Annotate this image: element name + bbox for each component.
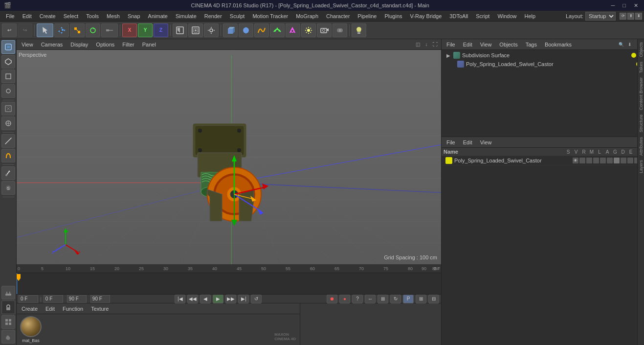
undo-btn[interactable]: ↩ [2,23,17,37]
attr-col-m[interactable]: M [588,149,595,155]
keyframe-btn[interactable]: ? [352,295,363,303]
current-frame-input[interactable] [19,295,38,303]
light-btn[interactable] [301,23,316,37]
menu-mograph[interactable]: MoGraph [292,12,322,20]
om-menu-file[interactable]: File [444,41,458,48]
attr-col-d[interactable]: D [620,149,626,155]
om-down-icon[interactable]: ⬇ [626,41,633,48]
menu-create[interactable]: Create [36,12,60,20]
tab-objects[interactable]: Objects [638,40,644,59]
record-btn[interactable]: ⏺ [327,295,337,303]
paint-bucket-btn[interactable] [1,330,15,344]
attr-col-e[interactable]: E [627,149,634,155]
polygon-mode-btn[interactable] [1,55,15,69]
om-item-castor[interactable]: Poly_Spring_Loaded_Swivel_Castor [443,60,643,69]
vp-menu-panel[interactable]: Panel [139,41,159,48]
attr-icon-g5[interactable] [621,158,626,163]
attr-col-a[interactable]: A [604,149,611,155]
layout-icon-2[interactable]: ⬆ [627,13,634,20]
attr-icon-render[interactable] [579,158,585,163]
vp-layout-icon[interactable]: ◫ [414,41,422,48]
rotate-tool-btn[interactable] [86,23,100,37]
tab-layers[interactable]: Layers [638,158,644,175]
tweak-mode-btn[interactable] [1,116,15,130]
camera-btn[interactable] [317,23,332,37]
menu-simulate[interactable]: Simulate [172,12,200,20]
menu-edit[interactable]: Edit [19,12,36,20]
tl-scale-btn[interactable]: ⊞ [378,295,388,303]
tl-frame-btn[interactable]: ⊟ [428,295,439,303]
vp-menu-filter[interactable]: Filter [119,41,137,48]
menu-render[interactable]: Render [200,12,226,20]
end-frame-input[interactable] [67,295,87,303]
menu-motion-tracker[interactable]: Motion Tracker [248,12,292,20]
layout-icon-3[interactable]: ⬇ [635,13,642,20]
attr-col-v[interactable]: V [573,149,579,155]
main-viewport[interactable]: Perspective Grid Spacing : 100 cm Y X Z [17,50,441,264]
deformer-btn[interactable] [286,23,300,37]
menu-sculpt[interactable]: Sculpt [226,12,249,20]
attr-row-castor[interactable]: Poly_Spring_Loaded_Swivel_Castor 👁 [442,156,644,165]
vp-menu-cameras[interactable]: Cameras [38,41,66,48]
menu-snap[interactable]: Snap [124,12,144,20]
edge-mode-btn[interactable] [1,69,15,83]
attr-icon-eye[interactable]: 👁 [573,158,578,163]
om-menu-bookmarks[interactable]: Bookmarks [542,41,575,48]
go-end-btn[interactable]: ▶| [238,295,249,303]
render-view-btn[interactable] [188,23,203,37]
menu-character[interactable]: Character [322,12,354,20]
material-item[interactable]: mat_Bas [19,316,43,343]
menu-script[interactable]: Script [472,12,493,20]
curve-btn[interactable] [254,23,269,37]
tab-content-browser[interactable]: Content Browser [638,75,644,112]
tab-takes[interactable]: Takes [638,60,644,75]
next-key-btn[interactable]: ▶▶ [225,295,236,303]
redo-btn[interactable]: ↪ [18,23,32,37]
timeline-marker[interactable] [17,274,21,281]
texture-mode-btn[interactable] [1,102,15,115]
auto-keyframe-btn[interactable]: ● [339,295,350,303]
attr-icon-g4[interactable] [614,158,620,163]
primitive-cube-btn[interactable] [223,23,238,37]
move-tool-btn[interactable] [54,23,69,37]
menu-select[interactable]: Select [60,12,83,20]
point-mode-btn[interactable] [1,84,15,98]
attr-col-r[interactable]: R [580,149,587,155]
vp-fullscreen-icon[interactable]: ⛶ [431,41,439,48]
om-menu-edit[interactable]: Edit [460,41,475,48]
select-tool-btn[interactable] [37,23,53,37]
mat-menu-edit[interactable]: Edit [43,305,58,313]
go-start-btn[interactable]: |◀ [175,295,185,303]
x-axis-btn[interactable]: X [122,23,137,37]
menu-3dtoall[interactable]: 3DToAll [445,12,472,20]
boole-btn[interactable] [333,23,347,37]
vp-menu-display[interactable]: Display [67,41,91,48]
loop-btn[interactable]: ↺ [251,295,262,303]
om-menu-objects[interactable]: Objects [496,41,520,48]
vp-menu-options[interactable]: Options [93,41,117,48]
lock-btn[interactable] [1,300,15,314]
grid-tool[interactable] [1,315,15,329]
window-controls[interactable]: ─ □ ✕ [609,2,640,9]
tl-rotate-btn[interactable]: ↻ [390,295,401,303]
layout-icon-1[interactable]: ⟳ [620,13,626,20]
tab-attributes[interactable]: Attributes [638,135,644,158]
model-mode-btn[interactable] [1,40,15,54]
primitive-sphere-btn[interactable] [239,23,253,37]
menu-mesh[interactable]: Mesh [103,12,124,20]
magnet-tool[interactable] [1,149,15,162]
light-bulb-btn[interactable] [352,23,366,37]
om-item-subdivision[interactable]: ▶ Subdivision Surface ✓ [443,51,643,60]
maximize-btn[interactable]: □ [621,2,628,9]
transform-btn[interactable] [101,23,118,37]
prev-key-btn[interactable]: ◀ [200,295,211,303]
3d-object-castor[interactable] [158,118,281,231]
close-btn[interactable]: ✕ [632,2,640,9]
attr-col-s[interactable]: S [565,149,572,155]
paint-tool[interactable] [1,166,15,180]
preview-start-input[interactable] [44,295,63,303]
preview-end-input[interactable] [90,295,110,303]
attr-icon-g3[interactable] [607,158,613,163]
attr-icon-g1[interactable] [593,158,599,163]
attr-col-l[interactable]: L [596,149,603,155]
